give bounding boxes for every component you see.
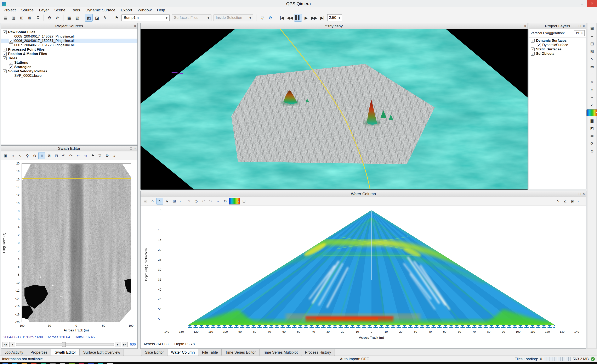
swath-plot-area[interactable]: Ping Delta (s) 20181614121086420-2-4-6-8…: [1, 160, 137, 348]
redo-icon[interactable]: ↷: [207, 198, 214, 205]
mesh-icon[interactable]: ▧: [589, 48, 595, 55]
dynamic-surface-icon[interactable]: ▧: [73, 14, 81, 22]
taskbar-icon[interactable]: [22, 363, 27, 364]
menu-item[interactable]: Layer: [36, 7, 52, 13]
accept-starboard-icon[interactable]: ⇥: [82, 152, 89, 159]
tab-file-table[interactable]: File Table: [198, 349, 222, 356]
pause-icon[interactable]: ▌▌: [294, 14, 302, 22]
accept-soundings-icon[interactable]: ⊡: [53, 152, 60, 159]
pointer-icon[interactable]: ↖: [156, 198, 163, 205]
shade-icon[interactable]: ◩: [589, 125, 595, 132]
playback-speed-spinner[interactable]: 2.50: [327, 14, 342, 21]
ping-slider-thumb[interactable]: [62, 342, 66, 347]
float-panel-icon[interactable]: □: [579, 24, 581, 28]
taskbar-icon[interactable]: [107, 363, 113, 364]
checkbox[interactable]: [3, 56, 7, 60]
menu-item[interactable]: Help: [154, 7, 168, 13]
water-column-plot-area[interactable]: Depth (m) (unrefracted) 0510152025303540…: [141, 206, 586, 348]
skip-start-icon[interactable]: |◀: [278, 14, 286, 22]
surface-combo[interactable]: Bump1m: [121, 14, 170, 21]
swath-sonar-image[interactable]: [22, 163, 131, 322]
source-file-0005[interactable]: 0005_20040617_145627_Pingeline.all: [1, 34, 137, 39]
fast-forward-icon[interactable]: ▶▶: [310, 14, 318, 22]
taskbar-icon[interactable]: [60, 363, 65, 364]
previous-ping-button[interactable]: ◀: [9, 342, 15, 347]
settings-icon[interactable]: ⚙: [222, 198, 228, 205]
polygon-select-icon[interactable]: ◇: [589, 86, 595, 93]
close-panel-icon[interactable]: ×: [583, 192, 585, 196]
rewind-icon[interactable]: ◀◀: [286, 14, 294, 22]
undo-icon[interactable]: ↶: [200, 198, 207, 205]
checkbox[interactable]: [9, 65, 13, 69]
zoom-icon[interactable]: ⚲: [164, 198, 170, 205]
tab-job-activity[interactable]: Job Activity: [1, 349, 27, 356]
spinner-arrows-icon[interactable]: [338, 16, 340, 19]
accept-port-icon[interactable]: ⇤: [75, 152, 81, 159]
reprocess-icon[interactable]: ⟳: [54, 14, 61, 22]
grid-select-icon[interactable]: ⌗: [38, 152, 45, 159]
checkbox[interactable]: [3, 70, 7, 73]
rect-select-icon[interactable]: ▭: [589, 63, 595, 70]
add-raw-sonar-icon[interactable]: ⊞: [18, 14, 25, 22]
taskbar-icon[interactable]: [50, 363, 55, 364]
tab-time-series-editor[interactable]: Time Series Editor: [221, 349, 259, 356]
zoom-icon[interactable]: ⚲: [24, 152, 31, 159]
pick-icon[interactable]: →: [214, 198, 221, 205]
home-view-icon[interactable]: ⌂: [9, 152, 16, 159]
checkbox[interactable]: [531, 47, 534, 51]
surface-icon[interactable]: ▤: [589, 40, 595, 47]
surface-grid-icon[interactable]: ▦: [65, 14, 73, 22]
lasso-select-icon[interactable]: ◌: [589, 71, 595, 78]
minimize-button[interactable]: —: [567, 0, 577, 7]
next-ping-button[interactable]: ▶: [115, 342, 121, 347]
source-strategies[interactable]: Strategies: [1, 65, 137, 69]
taskbar-icon[interactable]: [41, 363, 46, 364]
float-panel-icon[interactable]: □: [130, 147, 132, 150]
taskbar-icon[interactable]: [69, 363, 75, 364]
add-processed-points-icon[interactable]: ⊠: [26, 14, 34, 22]
menu-item[interactable]: Tools: [68, 7, 83, 13]
taskbar-icon[interactable]: [2, 363, 8, 364]
tab-slice-editor[interactable]: Slice Editor: [141, 349, 167, 356]
scene-3d-viewport[interactable]: [141, 29, 527, 190]
maximize-button[interactable]: □: [577, 0, 587, 7]
scene-3d-render[interactable]: [141, 29, 527, 190]
close-panel-icon[interactable]: ×: [134, 147, 136, 150]
checkbox[interactable]: [3, 52, 7, 56]
polygon-select-icon[interactable]: ◇: [193, 198, 199, 205]
close-panel-icon[interactable]: ×: [134, 24, 136, 28]
settings-icon[interactable]: ⚙: [104, 152, 110, 159]
skip-end-icon[interactable]: ▶|: [318, 14, 326, 22]
source-sound-velocity-profiles[interactable]: Sound Velocity Profiles: [1, 69, 137, 73]
redo-icon[interactable]: ↷: [67, 152, 74, 159]
snapshot-icon[interactable]: ⊡: [240, 198, 247, 205]
checkbox[interactable]: [531, 39, 534, 42]
cut-icon[interactable]: ✂: [589, 94, 595, 101]
spinner-arrows-icon[interactable]: [581, 32, 583, 35]
checkbox[interactable]: [9, 39, 13, 43]
checkbox[interactable]: [9, 43, 13, 47]
pointer-icon[interactable]: ↖: [589, 55, 595, 63]
rotate-view-icon[interactable]: ⟳: [589, 140, 595, 147]
fast-forward-button[interactable]: ▶▶: [122, 342, 128, 347]
surface-files-combo[interactable]: Surface's Files: [172, 14, 212, 21]
colormap-icon[interactable]: [586, 109, 597, 116]
recenter-icon[interactable]: ⊕: [589, 148, 595, 155]
checkbox[interactable]: [531, 52, 534, 55]
pointer-icon[interactable]: ↖: [16, 152, 24, 159]
tab-surface-edit-overview[interactable]: Surface Edit Overview: [79, 349, 124, 356]
filter-icon[interactable]: ▽: [258, 14, 266, 22]
water-column-settings-icon[interactable]: ⚙: [266, 14, 274, 22]
source-svp-file[interactable]: SVP_00001.bsvp: [1, 73, 137, 78]
save-icon[interactable]: ▣: [2, 152, 9, 159]
angle-mode-icon[interactable]: ∠: [562, 198, 568, 205]
histogram-icon[interactable]: ▆: [589, 117, 595, 124]
float-panel-icon[interactable]: □: [130, 24, 132, 28]
layer-dynamicsurface[interactable]: DynamicSurface: [529, 43, 586, 47]
checkbox[interactable]: [3, 30, 7, 34]
source-position-motion-files[interactable]: Position & Motion Files: [1, 52, 137, 56]
table-icon[interactable]: ▦: [589, 25, 595, 32]
menu-item[interactable]: Source: [18, 7, 36, 13]
new-project-icon[interactable]: ▤: [2, 14, 9, 22]
taskbar-icon[interactable]: [12, 363, 17, 364]
